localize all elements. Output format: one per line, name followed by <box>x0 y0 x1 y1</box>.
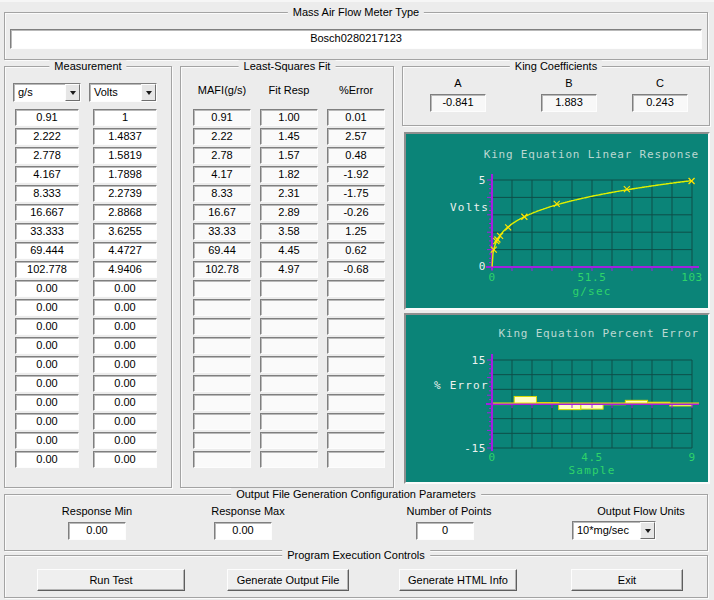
fit-response-cell: 1.45 <box>260 128 318 145</box>
chevron-down-icon <box>645 529 651 533</box>
measurement-response-field[interactable]: 0.00 <box>93 337 157 354</box>
svg-text:0: 0 <box>488 451 495 464</box>
measurement-response-field[interactable]: 0.00 <box>93 356 157 373</box>
response-max-input[interactable]: 0.00 <box>214 522 272 540</box>
measurement-response-field[interactable]: 0.00 <box>93 432 157 449</box>
exit-button[interactable]: Exit <box>571 569 683 591</box>
flow-units-select[interactable]: g/s <box>13 83 81 102</box>
measurement-response-field[interactable]: 0.00 <box>93 394 157 411</box>
svg-text:4.5: 4.5 <box>581 451 603 464</box>
measurement-flow-field[interactable]: 16.667 <box>15 204 79 221</box>
measurement-response-field[interactable]: 0.00 <box>93 299 157 316</box>
fit-maf-cell: 102.78 <box>193 261 251 278</box>
fit-error-cell <box>327 451 385 468</box>
fit-maf-cell: 2.78 <box>193 147 251 164</box>
output-flow-units-select[interactable]: 10*mg/sec <box>572 521 656 540</box>
fit-error-cell <box>327 413 385 430</box>
measurement-flow-field[interactable]: 0.00 <box>15 394 79 411</box>
measurement-flow-field[interactable]: 2.778 <box>15 147 79 164</box>
measurement-response-field[interactable]: 1.4837 <box>93 128 157 145</box>
maf-type-input[interactable]: Bosch0280217123 <box>10 29 702 49</box>
svg-text:0: 0 <box>488 271 495 284</box>
maf-type-group-title: Mass Air Flow Meter Type <box>288 6 424 18</box>
fit-maf-cell: 4.17 <box>193 166 251 183</box>
measurement-response-field[interactable]: 4.4727 <box>93 242 157 259</box>
measurement-flow-field[interactable]: 0.00 <box>15 375 79 392</box>
measurement-response-field[interactable]: 0.00 <box>93 318 157 335</box>
column-header-fit-resp: Fit Resp <box>269 84 310 96</box>
fit-error-cell: -1.75 <box>327 185 385 202</box>
measurement-flow-field[interactable]: 0.00 <box>15 451 79 468</box>
run-test-button[interactable]: Run Test <box>37 569 185 591</box>
king-coefficients-group-title: King Coefficients <box>510 60 602 72</box>
measurement-response-field[interactable]: 0.00 <box>93 451 157 468</box>
dropdown-arrow-icon[interactable] <box>141 84 156 101</box>
fit-maf-cell <box>193 394 251 411</box>
fit-maf-cell: 69.44 <box>193 242 251 259</box>
program-controls-group-title: Program Execution Controls <box>282 549 430 561</box>
svg-text:51.5: 51.5 <box>578 271 607 284</box>
fit-response-cell: 2.89 <box>260 204 318 221</box>
measurement-response-field[interactable]: 4.9406 <box>93 261 157 278</box>
measurement-flow-field[interactable]: 33.333 <box>15 223 79 240</box>
coefficient-c-value: 0.243 <box>632 94 688 112</box>
measurement-flow-field[interactable]: 0.00 <box>15 318 79 335</box>
fit-maf-cell <box>193 318 251 335</box>
measurement-flow-field[interactable]: 69.444 <box>15 242 79 259</box>
fit-error-cell: -1.92 <box>327 166 385 183</box>
output-flow-units-label: Output Flow Units <box>597 505 684 517</box>
measurement-flow-field[interactable]: 0.00 <box>15 337 79 354</box>
output-config-group-title: Output File Generation Configuration Par… <box>231 488 481 500</box>
measurement-flow-field[interactable]: 0.00 <box>15 356 79 373</box>
maf-type-group: Mass Air Flow Meter Type Bosch0280217123 <box>4 12 708 60</box>
chevron-down-icon <box>70 91 76 95</box>
fit-maf-cell: 33.33 <box>193 223 251 240</box>
measurement-response-field[interactable]: 1.5819 <box>93 147 157 164</box>
measurement-response-field[interactable]: 2.8868 <box>93 204 157 221</box>
fit-maf-cell <box>193 299 251 316</box>
fit-response-cell <box>260 299 318 316</box>
measurement-response-field[interactable]: 0.00 <box>93 280 157 297</box>
measurement-flow-field[interactable]: 0.00 <box>15 299 79 316</box>
number-of-points-input[interactable]: 0 <box>416 522 474 540</box>
measurement-response-field[interactable]: 3.6255 <box>93 223 157 240</box>
measurement-flow-field[interactable]: 102.778 <box>15 261 79 278</box>
generate-output-file-button[interactable]: Generate Output File <box>227 569 349 591</box>
measurement-response-field[interactable]: 1.7898 <box>93 166 157 183</box>
response-min-input[interactable]: 0.00 <box>68 522 126 540</box>
coefficient-c-label: C <box>656 77 664 89</box>
fit-error-cell <box>327 394 385 411</box>
measurement-flow-field[interactable]: 2.222 <box>15 128 79 145</box>
fit-error-cell <box>327 432 385 449</box>
fit-error-cell: 2.57 <box>327 128 385 145</box>
measurement-group-title: Measurement <box>49 60 126 72</box>
measurement-flow-field[interactable]: 0.00 <box>15 280 79 297</box>
measurement-response-field[interactable]: 0.00 <box>93 413 157 430</box>
measurement-flow-field[interactable]: 0.00 <box>15 432 79 449</box>
fit-response-cell <box>260 394 318 411</box>
svg-text:% Error: % Error <box>434 379 489 392</box>
fit-error-column: 0.012.570.48-1.92-1.75-0.261.250.62-0.68 <box>327 109 385 468</box>
measurement-flow-field[interactable]: 4.167 <box>15 166 79 183</box>
response-units-select[interactable]: Volts <box>89 83 157 102</box>
column-header-maf: MAFI(g/s) <box>198 84 246 96</box>
measurement-response-field[interactable]: 0.00 <box>93 375 157 392</box>
measurement-response-field[interactable]: 1 <box>93 109 157 126</box>
generate-html-info-button[interactable]: Generate HTML Info <box>399 569 517 591</box>
dropdown-arrow-icon[interactable] <box>65 84 80 101</box>
fit-error-cell <box>327 337 385 354</box>
fit-maf-cell <box>193 375 251 392</box>
fit-response-cell: 4.97 <box>260 261 318 278</box>
fit-response-cell <box>260 432 318 449</box>
measurement-flow-field[interactable]: 8.333 <box>15 185 79 202</box>
measurement-flow-field[interactable]: 0.00 <box>15 413 79 430</box>
column-header-pct-error: %Error <box>339 84 373 96</box>
measurement-response-field[interactable]: 2.2739 <box>93 185 157 202</box>
fit-maf-cell <box>193 280 251 297</box>
chevron-down-icon <box>146 91 152 95</box>
fit-response-cell <box>260 318 318 335</box>
dropdown-arrow-icon[interactable] <box>640 522 655 539</box>
fit-response-cell: 1.00 <box>260 109 318 126</box>
measurement-flow-field[interactable]: 0.91 <box>15 109 79 126</box>
svg-text:0: 0 <box>479 260 486 273</box>
